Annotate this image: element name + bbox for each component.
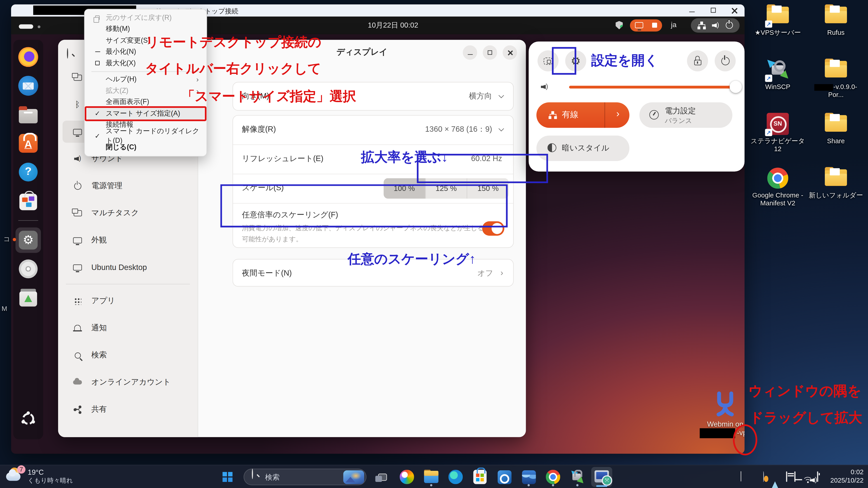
dock-item-disc[interactable] [18,258,39,280]
taskbar-copilot-button[interactable] [399,468,415,486]
dock-item-firefox[interactable] [18,46,39,68]
activities-pill[interactable] [19,24,33,29]
sidebar-item-電源管理[interactable]: 電源管理 [63,175,193,197]
taskbar-photos-button[interactable] [520,468,537,486]
taskbar-explorer-button[interactable] [423,468,439,486]
ubuntu-clock[interactable]: 10月22日 00:02 [321,21,465,31]
taskbar-rdp-button[interactable] [593,468,610,486]
sidebar-item-マルチタスク[interactable]: マルチタスク [63,202,193,224]
annotation-blue-zoom: 拡大率を選ぶ↓ [361,148,448,166]
chevron-right-icon[interactable]: › [616,108,620,120]
tray-chevron-up[interactable] [741,472,741,482]
settings-minimize-button[interactable] [463,45,477,60]
dock-item-thunderbird[interactable] [18,75,39,96]
sidebar-item-通知[interactable]: 通知 [63,317,193,339]
lock-icon [694,60,701,65]
touch-keyboard-icon [794,471,796,482]
shortcut-arrow-icon: ↗ [765,129,772,136]
folder-icon [823,113,849,135]
lock-button[interactable] [687,51,708,71]
menu-item[interactable]: 閉じる(C) [87,142,204,153]
sidebar-item-共有[interactable]: 共有 [63,398,193,420]
taskbar-winscp-button[interactable] [569,468,586,486]
tray-ime-keyboard[interactable] [786,472,787,482]
rdp-icon [594,470,609,483]
taskbar-taskview-button[interactable] [374,468,391,486]
desktop-icon-folder[interactable]: -v.0.9.0-Por... [807,59,865,98]
chevron-down-icon [498,126,504,131]
volume-slider-knob[interactable] [730,81,742,93]
rdp-maximize-button[interactable] [703,4,723,17]
check-icon: ✓ [95,110,100,118]
files-icon [19,109,37,123]
screen-share-indicator[interactable] [630,20,662,32]
dock-item-settings[interactable]: ⚙ [18,230,39,251]
chevron-down-icon [498,93,504,98]
taskbar-clock[interactable]: 0:02 2025/10/22 [830,468,864,485]
tray-battery[interactable] [817,472,818,482]
power-settings-button[interactable]: 電力設定 バランス [640,102,733,128]
taskbar-store-button[interactable] [472,468,488,486]
sidebar-item-ubuntu-desktop[interactable]: Ubuntu Desktop [63,256,193,278]
sidebar-item-label: 共有 [91,404,107,414]
annotation-red-corner-1: ウィンドウの隅を [748,382,862,400]
power-settings-value: バランス [665,116,692,126]
desktop-icon-winscp[interactable]: ↗WinSCP [749,59,807,91]
orientation-value: 横方向 [469,91,492,101]
check-icon: ✓ [92,131,102,142]
resolution-row[interactable]: 解像度(R) 1360 × 768 (16：9) [233,116,513,144]
sidebar-search-button[interactable] [67,49,68,59]
settings-close-button[interactable] [503,45,517,60]
wired-network-button[interactable]: 有線 › [536,102,629,128]
active-indicator-line [596,485,608,487]
share-icon [72,405,83,413]
dock-item-files[interactable] [18,104,39,125]
restore-icon [92,12,102,24]
taskbar-edge-button[interactable] [447,468,464,486]
sidebar-item-外観[interactable]: 外観 [63,229,193,251]
tray-location[interactable] [771,472,779,482]
rdp-minimize-button[interactable] [682,4,703,17]
tray-sync[interactable] [763,472,764,482]
taskbar-outlook-button[interactable] [496,468,513,486]
menu-item[interactable]: 元のサイズに戻す(R) [87,12,204,24]
settings-maximize-button[interactable] [483,45,497,60]
dock-item-ubuntu-software[interactable] [18,133,39,154]
sidebar-item-アプリ[interactable]: アプリ [63,290,193,312]
desktop-icon-sn[interactable]: ↗ステラナビゲータ12 [749,113,807,153]
rdp-close-button[interactable] [723,4,745,17]
bing-daily-image[interactable] [343,470,364,484]
desktop-icon-folder[interactable]: ↗★VPSサーバー [749,4,807,37]
sidebar-item-オンラインアカウント[interactable]: オンラインアカウント [63,371,193,393]
desktop-icon-folder[interactable]: Rufus [807,4,865,37]
taskbar-search-button[interactable] [244,468,367,486]
dock-item-software-bag[interactable] [18,190,39,211]
input-method-indicator[interactable]: ja [671,21,677,29]
tray-touch-keyboard[interactable] [794,472,796,482]
dark-style-button[interactable]: 暗いスタイル [536,135,629,161]
dock-item-help[interactable] [18,162,39,183]
desktop-icon-folder[interactable]: 新しいフォルダー [807,167,865,199]
system-status-area[interactable] [691,18,740,33]
annotation-blue-settings: 設定を開く [591,52,658,69]
maximize-icon [92,58,102,69]
annotation-red-circle [733,424,757,455]
taskbar-chrome-button[interactable] [545,468,561,486]
desktop-icon-chrome[interactable]: Google Chrome - Manifest V2 [749,167,807,207]
weather-widget[interactable]: 7 19°C くもり時々晴れ [5,467,73,485]
dock-item-trash[interactable] [18,287,39,308]
search-box[interactable] [244,468,367,485]
menu-item[interactable]: ✓スマート サイズ指定(A) [87,108,204,119]
trash-icon [20,291,37,306]
taskbar-start-button[interactable] [219,468,236,486]
resolution-label: 解像度(R) [242,125,276,134]
search-input[interactable] [265,469,332,485]
sidebar-item-検索[interactable]: 検索 [63,344,193,366]
menu-item[interactable]: ✓スマート カードのリダイレクト(D) [87,131,204,142]
desktop-icon-folder[interactable]: Share [807,113,865,145]
power-button[interactable] [715,51,736,71]
annotation-red-1: リモートデスクトップ接続の [146,33,321,51]
dock-item-show-apps[interactable] [20,411,36,427]
outlook-icon [497,470,511,484]
volume-slider[interactable] [569,86,737,89]
